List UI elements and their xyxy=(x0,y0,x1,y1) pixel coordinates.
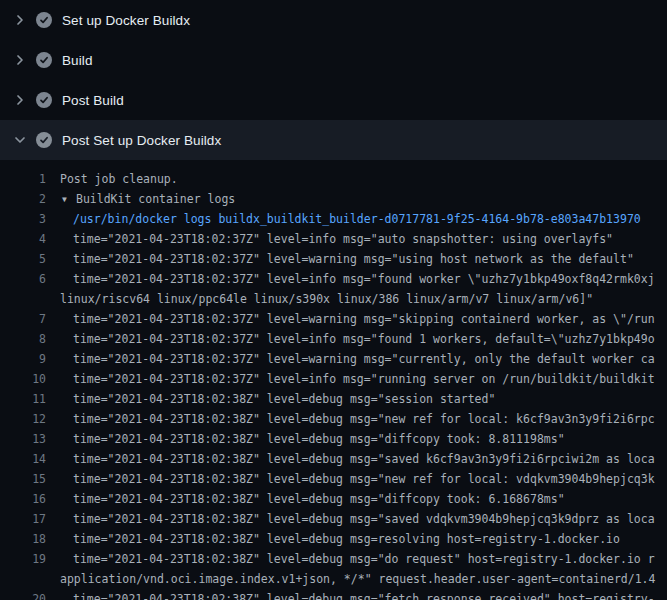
log-line-text: time="2021-04-23T18:02:38Z" level=debug … xyxy=(60,449,655,469)
chevron-right-icon xyxy=(12,12,28,28)
line-number xyxy=(0,569,46,589)
log-line-text: time="2021-04-23T18:02:37Z" level=warnin… xyxy=(60,249,634,269)
step-label: Build xyxy=(62,53,93,68)
log-row: 6 time="2021-04-23T18:02:37Z" level=info… xyxy=(0,269,667,289)
step-label: Post Set up Docker Buildx xyxy=(62,133,221,148)
line-number[interactable]: 1 xyxy=(0,169,46,189)
line-number xyxy=(0,289,46,309)
line-number[interactable]: 2 xyxy=(0,189,46,209)
log-row: 8 time="2021-04-23T18:02:37Z" level=info… xyxy=(0,329,667,349)
check-circle-icon xyxy=(36,132,52,148)
line-number[interactable]: 5 xyxy=(0,249,46,269)
line-number[interactable]: 20 xyxy=(0,589,46,600)
log-line-text: time="2021-04-23T18:02:38Z" level=debug … xyxy=(60,389,495,409)
check-circle-icon xyxy=(36,12,52,28)
actions-log-viewer: Set up Docker Buildx Build Post Build Po… xyxy=(0,0,667,600)
log-row: 5 time="2021-04-23T18:02:37Z" level=warn… xyxy=(0,249,667,269)
group-collapse-triangle-icon[interactable]: ▼ xyxy=(62,190,76,209)
log-row: 15 time="2021-04-23T18:02:38Z" level=deb… xyxy=(0,469,667,489)
line-number[interactable]: 10 xyxy=(0,369,46,389)
log-row: 20 time="2021-04-23T18:02:38Z" level=deb… xyxy=(0,589,667,600)
check-circle-icon xyxy=(36,52,52,68)
chevron-right-icon xyxy=(12,92,28,108)
step-label: Post Build xyxy=(62,93,124,108)
log-row: application/vnd.oci.image.index.v1+json,… xyxy=(0,569,667,589)
log-row: 7 time="2021-04-23T18:02:37Z" level=warn… xyxy=(0,309,667,329)
line-number[interactable]: 11 xyxy=(0,389,46,409)
log-command-row: 3 /usr/bin/docker logs buildx_buildkit_b… xyxy=(0,209,667,229)
line-number[interactable]: 4 xyxy=(0,229,46,249)
log-line-text: time="2021-04-23T18:02:38Z" level=debug … xyxy=(60,469,655,489)
log-row: 17 time="2021-04-23T18:02:38Z" level=deb… xyxy=(0,509,667,529)
log-line-text: time="2021-04-23T18:02:37Z" level=warnin… xyxy=(60,309,655,329)
log-line-text: application/vnd.oci.image.index.v1+json,… xyxy=(60,569,655,589)
line-number[interactable]: 12 xyxy=(0,409,46,429)
log-row: 10 time="2021-04-23T18:02:37Z" level=inf… xyxy=(0,369,667,389)
log-line-text: time="2021-04-23T18:02:38Z" level=debug … xyxy=(60,589,655,600)
chevron-right-icon xyxy=(12,52,28,68)
step-row-build[interactable]: Build xyxy=(0,40,667,80)
step-row-post-build[interactable]: Post Build xyxy=(0,80,667,120)
line-number[interactable]: 17 xyxy=(0,509,46,529)
check-circle-icon xyxy=(36,92,52,108)
log-row: 18 time="2021-04-23T18:02:38Z" level=deb… xyxy=(0,529,667,549)
log-line-text: time="2021-04-23T18:02:38Z" level=debug … xyxy=(60,529,620,549)
log-area: 1 Post job cleanup. 2 ▼BuildKit containe… xyxy=(0,160,667,600)
line-number[interactable]: 14 xyxy=(0,449,46,469)
line-number[interactable]: 7 xyxy=(0,309,46,329)
log-line-text: ▼BuildKit container logs xyxy=(60,189,235,209)
line-number[interactable]: 8 xyxy=(0,329,46,349)
log-row: 4 time="2021-04-23T18:02:37Z" level=info… xyxy=(0,229,667,249)
line-number[interactable]: 19 xyxy=(0,549,46,569)
line-number[interactable]: 18 xyxy=(0,529,46,549)
log-line-text: time="2021-04-23T18:02:38Z" level=debug … xyxy=(60,409,655,429)
log-line-text: Post job cleanup. xyxy=(60,169,178,189)
log-line-text: time="2021-04-23T18:02:38Z" level=debug … xyxy=(60,509,655,529)
log-line-text: time="2021-04-23T18:02:38Z" level=debug … xyxy=(60,489,565,509)
log-line-text: time="2021-04-23T18:02:38Z" level=debug … xyxy=(60,429,565,449)
log-line-text: time="2021-04-23T18:02:37Z" level=info m… xyxy=(60,369,655,389)
chevron-down-icon xyxy=(12,132,28,148)
log-row: 13 time="2021-04-23T18:02:38Z" level=deb… xyxy=(0,429,667,449)
log-row: 16 time="2021-04-23T18:02:38Z" level=deb… xyxy=(0,489,667,509)
log-row: 9 time="2021-04-23T18:02:37Z" level=warn… xyxy=(0,349,667,369)
log-line-text: time="2021-04-23T18:02:37Z" level=info m… xyxy=(60,269,655,289)
log-line-text: time="2021-04-23T18:02:37Z" level=info m… xyxy=(60,229,613,249)
line-number[interactable]: 9 xyxy=(0,349,46,369)
log-row: linux/riscv64 linux/ppc64le linux/s390x … xyxy=(0,289,667,309)
line-number[interactable]: 3 xyxy=(0,209,46,229)
log-group-header-row[interactable]: 2 ▼BuildKit container logs xyxy=(0,189,667,209)
line-number[interactable]: 13 xyxy=(0,429,46,449)
log-line-text: time="2021-04-23T18:02:38Z" level=debug … xyxy=(60,549,655,569)
log-line-text: time="2021-04-23T18:02:37Z" level=warnin… xyxy=(60,349,655,369)
log-line-text: /usr/bin/docker logs buildx_buildkit_bui… xyxy=(60,209,641,229)
line-number[interactable]: 6 xyxy=(0,269,46,289)
log-row: 1 Post job cleanup. xyxy=(0,169,667,189)
line-number[interactable]: 16 xyxy=(0,489,46,509)
line-number[interactable]: 15 xyxy=(0,469,46,489)
log-row: 14 time="2021-04-23T18:02:38Z" level=deb… xyxy=(0,449,667,469)
log-line-text: time="2021-04-23T18:02:37Z" level=info m… xyxy=(60,329,655,349)
step-row-post-set-up-docker-buildx[interactable]: Post Set up Docker Buildx xyxy=(0,120,667,160)
log-row: 11 time="2021-04-23T18:02:38Z" level=deb… xyxy=(0,389,667,409)
log-row: 19 time="2021-04-23T18:02:38Z" level=deb… xyxy=(0,549,667,569)
log-line-text: linux/riscv64 linux/ppc64le linux/s390x … xyxy=(60,289,593,309)
step-row-set-up-docker-buildx[interactable]: Set up Docker Buildx xyxy=(0,0,667,40)
step-label: Set up Docker Buildx xyxy=(62,13,190,28)
log-row: 12 time="2021-04-23T18:02:38Z" level=deb… xyxy=(0,409,667,429)
